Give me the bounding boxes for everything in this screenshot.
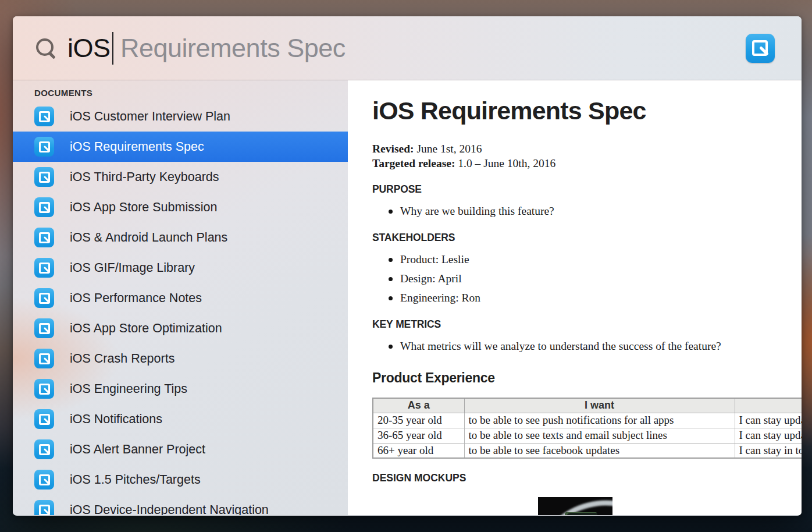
search-typed-text: iOS [67,33,111,63]
quip-document-icon [34,500,54,515]
document-title-label: iOS & Android Launch Plans [70,230,227,245]
table-cell: I can stay in to [735,443,802,458]
bullet-list: Why are we building this feature? [372,204,802,219]
bullet-item: What metrics will we analyze to understa… [372,339,802,354]
quip-document-icon [34,167,54,187]
search-suggestion-text: Requirements Spec [113,33,346,63]
table-header-cell: I want [464,398,735,413]
documents-section-label: DOCUMENTS [13,80,348,101]
quip-document-icon [34,137,54,157]
bullet-item: Design: April [372,271,802,286]
document-title-label: iOS Device-Independent Navigation [70,503,269,516]
quip-document-icon [34,349,54,368]
document-sections: PURPOSEWhy are we building this feature?… [372,183,802,354]
document-list: iOS Customer Interview PlaniOS Requireme… [13,101,348,515]
quip-document-icon [34,107,54,126]
document-title-label: iOS Requirements Spec [70,140,204,154]
quip-document-icon [34,258,54,278]
table-cell: to be able to see texts and email subjec… [464,428,735,443]
document-title-label: iOS Third-Party Keyboards [70,170,219,185]
quip-document-icon [34,197,54,217]
quip-document-icon [34,439,54,459]
table-cell: to be able to see push notifications for… [464,413,735,428]
quip-document-icon [34,470,54,490]
search-bar[interactable]: iOS Requirements Spec [13,16,802,80]
table-cell: 20-35 year old [373,413,464,428]
bullet-item: Product: Leslie [372,252,802,267]
quip-document-icon [34,379,54,399]
list-item[interactable]: iOS Requirements Spec [13,132,348,162]
table-header-row: As aI want [373,398,802,413]
table-cell: I can stay upda [735,413,802,428]
meta-label: Revised: [372,143,414,155]
bullet-list: What metrics will we analyze to understa… [372,339,802,354]
table-row: 20-35 year oldto be able to see push not… [373,413,802,428]
quip-document-icon [34,318,54,338]
section-heading: PURPOSE [372,183,802,196]
quip-search-window: iOS Requirements Spec DOCUMENTS iOS Cust… [13,16,802,516]
list-item[interactable]: iOS & Android Launch Plans [13,222,348,253]
table-header-cell: As a [373,398,464,413]
search-input[interactable]: iOS Requirements Spec [67,32,346,65]
document-title-label: iOS Crash Reports [70,352,174,366]
table-cell: 66+ year old [373,443,464,458]
quip-document-icon [34,409,54,429]
document-title-label: iOS GIF/Image Library [70,261,195,275]
document-title: iOS Requirements Spec [372,97,802,125]
list-item[interactable]: iOS 1.5 Pitches/Targets [13,464,348,495]
list-item[interactable]: iOS Device-Independent Navigation [13,495,348,515]
bullet-item: Engineering: Ron [372,290,802,306]
product-experience-heading: Product Experience [372,370,802,386]
section-heading: STAKEHOLDERS [372,232,802,244]
desktop-wallpaper: iOS Requirements Spec DOCUMENTS iOS Cust… [0,0,812,532]
document-title-label: iOS App Store Submission [70,200,217,215]
document-title-label: iOS Engineering Tips [70,382,187,396]
table-cell: 36-65 year old [373,428,464,443]
search-icon [35,37,57,59]
list-item[interactable]: iOS Third-Party Keyboards [13,162,348,192]
table-row: 36-65 year oldto be able to see texts an… [373,428,802,443]
meta-line: Revised: June 1st, 2016 [372,141,802,156]
list-item[interactable]: iOS Performance Notes [13,283,348,313]
list-item[interactable]: iOS App Store Submission [13,192,348,222]
document-title-label: iOS Alert Banner Project [70,442,205,457]
list-item[interactable]: iOS Engineering Tips [13,374,348,404]
list-item[interactable]: iOS Notifications [13,404,348,434]
quip-document-icon [34,228,54,247]
list-item[interactable]: iOS GIF/Image Library [13,253,348,283]
document-title-label: iOS Performance Notes [70,291,202,306]
list-item[interactable]: iOS App Store Optimization [13,313,348,343]
quip-logo-icon [746,34,775,63]
table-row: 66+ year oldto be able to see facebook u… [373,443,802,458]
document-preview-pane[interactable]: iOS Requirements Spec Revised: June 1st,… [348,80,802,515]
document-title-label: iOS App Store Optimization [70,321,222,336]
table-body: 20-35 year oldto be able to see push not… [373,413,802,458]
section-heading: KEY METRICS [372,318,802,331]
table-header-cell [735,398,802,413]
meta-value: 1.0 – June 10th, 2016 [455,157,555,169]
document-title-label: iOS Customer Interview Plan [70,109,230,124]
bullet-item: Why are we building this feature? [372,204,802,219]
user-stories-table: As aI want 20-35 year oldto be able to s… [372,398,802,459]
bullet-list: Product: LeslieDesign: AprilEngineering:… [372,252,802,306]
list-item[interactable]: iOS Alert Banner Project [13,434,348,464]
quip-document-icon [34,288,54,308]
document-title-label: iOS 1.5 Pitches/Targets [70,473,201,487]
meta-line: Targeted release: 1.0 – June 10th, 2016 [372,156,802,171]
meta-label: Targeted release: [372,157,455,169]
document-meta: Revised: June 1st, 2016Targeted release:… [372,141,802,171]
mockup-image [538,497,612,515]
list-item[interactable]: iOS Crash Reports [13,343,348,374]
meta-value: June 1st, 2016 [414,143,482,155]
documents-sidebar: DOCUMENTS iOS Customer Interview PlaniOS… [13,80,348,515]
table-cell: I can stay upda [735,428,802,443]
table-cell: to be able to see facebook updates [464,443,735,458]
document-title-label: iOS Notifications [70,412,162,427]
design-mockups-heading: DESIGN MOCKUPS [372,472,802,484]
list-item[interactable]: iOS Customer Interview Plan [13,101,348,132]
